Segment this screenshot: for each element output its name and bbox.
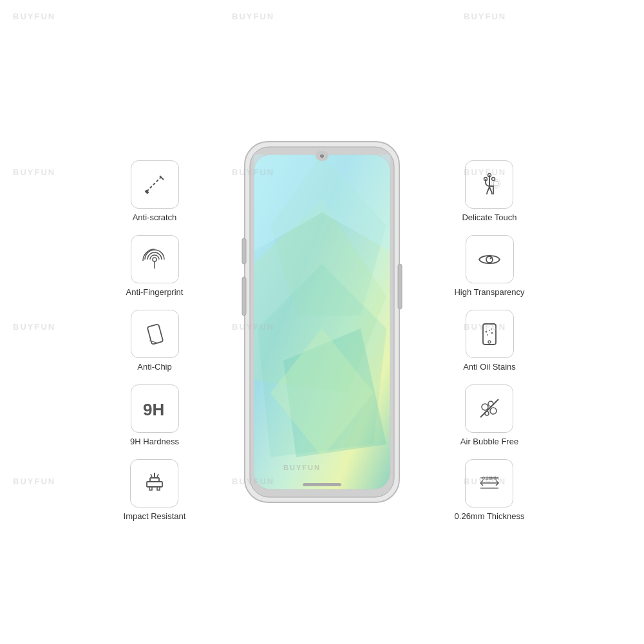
high-transparency-icon-box bbox=[466, 235, 514, 283]
svg-point-38 bbox=[490, 257, 492, 259]
watermark: BUYFUN bbox=[13, 322, 55, 332]
9h-hardness-label: 9H Hardness bbox=[130, 437, 179, 448]
right-features-panel: Delicate Touch High Transparency bbox=[425, 122, 554, 522]
anti-oil-stains-icon bbox=[475, 320, 504, 348]
svg-point-35 bbox=[493, 181, 498, 186]
air-bubble-free-icon-box bbox=[465, 384, 513, 433]
feature-9h-hardness: 9H 9H Hardness bbox=[130, 384, 179, 448]
feature-thickness: 0.26MM 0.26mm Thickness bbox=[455, 459, 525, 522]
feature-high-transparency: High Transparency bbox=[454, 235, 524, 298]
svg-line-14 bbox=[157, 474, 158, 477]
svg-rect-9 bbox=[150, 478, 159, 482]
thickness-icon: 0.26MM bbox=[475, 469, 504, 497]
anti-fingerprint-icon bbox=[140, 245, 169, 274]
air-bubble-free-icon bbox=[475, 394, 504, 422]
svg-point-46 bbox=[482, 404, 488, 410]
svg-line-13 bbox=[151, 474, 152, 477]
svg-rect-28 bbox=[242, 277, 246, 316]
watermark: BUYFUN bbox=[464, 12, 506, 21]
svg-point-44 bbox=[487, 334, 488, 336]
anti-scratch-icon-box bbox=[131, 160, 179, 209]
svg-point-40 bbox=[488, 341, 491, 343]
svg-rect-30 bbox=[303, 483, 341, 486]
svg-rect-10 bbox=[149, 487, 152, 490]
anti-chip-icon bbox=[140, 320, 169, 348]
svg-rect-29 bbox=[398, 264, 402, 309]
delicate-touch-icon-box bbox=[465, 160, 513, 209]
feature-anti-scratch: Anti-scratch bbox=[131, 160, 179, 223]
watermark: BUYFUN bbox=[13, 167, 55, 177]
svg-point-41 bbox=[486, 330, 488, 332]
delicate-touch-label: Delicate Touch bbox=[462, 213, 516, 223]
svg-point-37 bbox=[486, 256, 493, 263]
svg-point-45 bbox=[491, 328, 492, 330]
9h-hardness-icon: 9H bbox=[140, 394, 169, 422]
svg-text:BUYFUN: BUYFUN bbox=[283, 464, 321, 471]
impact-resistant-icon bbox=[140, 469, 169, 497]
impact-resistant-label: Impact Resistant bbox=[124, 511, 186, 522]
high-transparency-icon bbox=[475, 245, 504, 274]
anti-scratch-label: Anti-scratch bbox=[133, 213, 177, 223]
anti-fingerprint-icon-box bbox=[131, 235, 179, 283]
svg-point-32 bbox=[484, 177, 487, 180]
air-bubble-free-label: Air Bubble Free bbox=[460, 437, 518, 448]
feature-air-bubble-free: Air Bubble Free bbox=[460, 384, 518, 448]
feature-anti-oil-stains: Anti Oil Stains bbox=[463, 310, 516, 373]
phone-svg: BUYFUN bbox=[232, 135, 412, 509]
svg-point-43 bbox=[491, 332, 493, 334]
phone-image: BUYFUN bbox=[232, 135, 412, 509]
anti-chip-icon-box bbox=[131, 310, 179, 358]
svg-point-3 bbox=[153, 258, 156, 261]
feature-anti-fingerprint: Anti-Fingerprint bbox=[126, 235, 184, 298]
delicate-touch-icon bbox=[475, 171, 504, 199]
feature-anti-chip: Anti-Chip bbox=[131, 310, 179, 373]
thickness-icon-box: 0.26MM bbox=[465, 459, 513, 507]
svg-rect-39 bbox=[483, 324, 496, 345]
svg-rect-11 bbox=[157, 487, 160, 490]
watermark: BUYFUN bbox=[13, 12, 55, 21]
anti-oil-stains-label: Anti Oil Stains bbox=[463, 362, 516, 373]
high-transparency-label: High Transparency bbox=[454, 287, 524, 298]
svg-rect-5 bbox=[147, 324, 164, 345]
svg-rect-27 bbox=[242, 238, 246, 264]
svg-point-48 bbox=[490, 408, 497, 414]
impact-resistant-icon-box bbox=[130, 459, 178, 507]
anti-oil-stains-icon-box bbox=[466, 310, 514, 358]
watermark: BUYFUN bbox=[13, 477, 55, 486]
svg-point-36 bbox=[491, 179, 500, 188]
main-container: BUYFUN BUYFUN BUYFUN BUYFUN BUYFUN BUYFU… bbox=[0, 0, 644, 644]
anti-scratch-icon bbox=[140, 171, 169, 199]
feature-impact-resistant: Impact Resistant bbox=[124, 459, 186, 522]
9h-hardness-icon-box: 9H bbox=[131, 384, 179, 433]
anti-chip-label: Anti-Chip bbox=[137, 362, 171, 373]
thickness-label: 0.26mm Thickness bbox=[455, 511, 525, 522]
svg-point-42 bbox=[489, 330, 490, 331]
feature-delicate-touch: Delicate Touch bbox=[462, 160, 516, 223]
watermark: BUYFUN bbox=[232, 12, 274, 21]
svg-line-0 bbox=[147, 177, 161, 191]
svg-rect-8 bbox=[147, 482, 162, 487]
phone-display: BUYFUN bbox=[219, 135, 425, 509]
svg-text:9H: 9H bbox=[143, 400, 164, 419]
anti-fingerprint-label: Anti-Fingerprint bbox=[126, 287, 184, 298]
left-features-panel: Anti-scratch Anti-Fingerprint bbox=[90, 122, 219, 522]
